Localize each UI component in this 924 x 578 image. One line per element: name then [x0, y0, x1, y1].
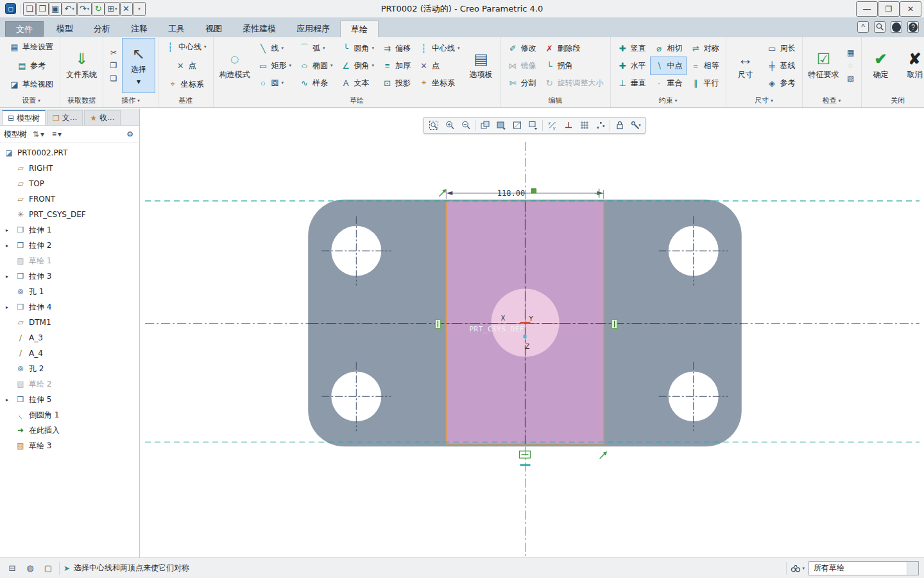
collapse-ribbon-button[interactable]: ^: [857, 21, 869, 33]
construction-mode-button[interactable]: ◌构造模式: [217, 39, 253, 92]
thicken-tool-button[interactable]: ≡加厚: [379, 57, 414, 74]
file-system-button[interactable]: ⇓文件系统: [64, 39, 99, 92]
display-style-button[interactable]: [493, 118, 509, 132]
reference-dim-button[interactable]: ◈参考: [764, 74, 799, 92]
paste-button[interactable]: ❏: [107, 72, 121, 85]
hidden-line-button[interactable]: [509, 118, 525, 132]
locks-display-toggle[interactable]: [612, 118, 628, 132]
delete-segment-button[interactable]: ✗删除段: [541, 40, 607, 57]
refit-button[interactable]: [425, 118, 441, 132]
tab-view[interactable]: 视图: [195, 21, 232, 37]
corner-button[interactable]: └拐角: [541, 57, 607, 74]
datum-csys-button[interactable]: ⌖坐标系: [164, 76, 207, 92]
search-tool-button[interactable]: ▾: [791, 561, 805, 575]
shade-closed-loops-button[interactable]: ▧: [844, 72, 858, 85]
expand-arrow-icon[interactable]: ▸: [6, 243, 8, 249]
datum-centerline-button[interactable]: ┆中心线▾: [162, 39, 210, 55]
tab-analysis[interactable]: 分析: [83, 21, 121, 37]
tree-item-right-plane[interactable]: ▱RIGHT: [0, 161, 139, 176]
expand-arrow-icon[interactable]: ▸: [6, 304, 8, 310]
overlapping-geometry-button[interactable]: ▦: [844, 46, 858, 59]
zoom-out-button[interactable]: [458, 118, 474, 132]
restore-button[interactable]: ❐: [878, 1, 900, 17]
undo-button[interactable]: ↶▾: [62, 2, 76, 16]
grid-display-toggle[interactable]: [576, 118, 592, 132]
midpoint-constraint-button[interactable]: ∖中点: [651, 57, 686, 74]
chamfer-tool-button[interactable]: ∠倒角▾: [338, 57, 378, 74]
tab-sketch[interactable]: 草绘: [340, 21, 379, 37]
sketch-view-button[interactable]: ◪草绘视图: [6, 76, 56, 92]
tree-item-round-1[interactable]: ◟倒圆角 1: [0, 407, 139, 423]
group-label-inspect[interactable]: 检查▾: [803, 94, 861, 107]
saved-orientations-button[interactable]: [525, 118, 541, 132]
sketcher-setup-button[interactable]: ▾: [628, 118, 644, 132]
tree-item-sketch-1[interactable]: ▨草绘 1: [0, 253, 139, 268]
sketch-setup-button[interactable]: ▦草绘设置: [6, 39, 56, 55]
minimize-button[interactable]: —: [856, 1, 878, 17]
equal-constraint-button[interactable]: =相等: [687, 57, 723, 74]
csys-tool-button[interactable]: ⌖坐标系: [415, 74, 463, 92]
group-label-setup[interactable]: 设置▾: [3, 94, 60, 107]
tree-item-sketch-3[interactable]: ▧草绘 3: [0, 438, 139, 453]
tree-item-extrude-4[interactable]: ▸❒拉伸 4: [0, 299, 139, 315]
horizontal-constraint-button[interactable]: ✚水平: [614, 57, 649, 74]
tab-folder-browser[interactable]: ❒文...: [47, 110, 83, 125]
baseline-dim-button[interactable]: ╪基线: [764, 57, 799, 74]
offset-tool-button[interactable]: ⇉偏移: [379, 40, 414, 57]
tree-item-axis-a3[interactable]: ∕A_3: [0, 330, 139, 346]
copy-button[interactable]: ❐: [107, 59, 121, 72]
toggle-browser-button[interactable]: ◍: [23, 561, 37, 575]
expand-arrow-icon[interactable]: ▸: [6, 397, 8, 403]
tangent-constraint-button[interactable]: ⌀相切: [651, 40, 686, 57]
tree-item-axis-a4[interactable]: ∕A_4: [0, 346, 139, 361]
sketch-canvas[interactable]: 118.00: [140, 109, 924, 557]
tab-file[interactable]: 文件: [5, 21, 44, 37]
expand-arrow-icon[interactable]: ▸: [6, 274, 8, 279]
tree-item-extrude-2[interactable]: ▸❒拉伸 2: [0, 238, 139, 253]
circle-tool-button[interactable]: ○圆▾: [255, 74, 295, 92]
repaint-button[interactable]: [477, 118, 493, 132]
group-label-dimension[interactable]: 尺寸▾: [726, 94, 802, 107]
feature-requirements-button[interactable]: ☑特征要求: [806, 39, 842, 92]
graphics-area[interactable]: 118.00: [140, 109, 924, 557]
tab-favorites[interactable]: ★收...: [84, 110, 120, 125]
tree-item-extrude-5[interactable]: ▸❒拉伸 5: [0, 392, 139, 407]
tree-item-csys[interactable]: ✳PRT_CSYS_DEF: [0, 207, 139, 222]
help-button[interactable]: ?: [907, 21, 919, 33]
coincident-constraint-button[interactable]: ∙重合: [651, 74, 686, 92]
tree-item-insert-here[interactable]: ➜在此插入: [0, 423, 139, 438]
point-tool-button[interactable]: ✕点: [415, 57, 463, 74]
save-button[interactable]: ▣: [49, 2, 62, 16]
cancel-button[interactable]: ✘取消: [899, 39, 924, 92]
regenerate-button[interactable]: ↻: [92, 2, 105, 16]
tree-item-sketch-2[interactable]: ▨草绘 2: [0, 376, 139, 392]
windows-button[interactable]: ⊞▾: [105, 2, 119, 16]
vertical-constraint-button[interactable]: ✚竖直: [614, 40, 649, 57]
symmetric-constraint-button[interactable]: ⇌对称: [687, 40, 723, 57]
close-window-button[interactable]: ✕: [120, 2, 133, 16]
rectangle-tool-button[interactable]: ▭矩形▾: [255, 57, 295, 74]
tab-flexible-modeling[interactable]: 柔性建模: [232, 21, 286, 37]
new-file-button[interactable]: ❏: [23, 2, 36, 16]
ok-button[interactable]: ✔确定: [865, 39, 897, 92]
toggle-model-tree-button[interactable]: ⊟: [5, 561, 19, 575]
group-label-operations[interactable]: 操作▾: [103, 94, 158, 107]
tab-model[interactable]: 模型: [46, 21, 83, 37]
tab-applications[interactable]: 应用程序: [286, 21, 340, 37]
perimeter-dim-button[interactable]: ▭周长: [764, 40, 799, 57]
datum-point-button[interactable]: ✕点: [172, 57, 200, 74]
open-file-button[interactable]: ❒: [36, 2, 49, 16]
close-button[interactable]: ✕: [900, 1, 921, 17]
centerline-tool-button[interactable]: ┆中心线▾: [415, 40, 463, 57]
spline-tool-button[interactable]: ∿样条: [296, 74, 336, 92]
vertices-display-toggle[interactable]: [592, 118, 608, 132]
combo-dropdown-icon[interactable]: [907, 562, 918, 575]
constraint-display-toggle[interactable]: [560, 118, 576, 132]
tree-settings-button[interactable]: ⚙: [124, 128, 135, 141]
zoom-in-button[interactable]: [441, 118, 458, 132]
dimension-button[interactable]: ↔尺寸: [730, 39, 762, 92]
tree-item-part[interactable]: ◪PRT0002.PRT: [0, 145, 139, 161]
sketch-filter-combobox[interactable]: 所有草绘: [809, 561, 919, 575]
tab-annotate[interactable]: 注释: [121, 21, 158, 37]
tree-item-extrude-1[interactable]: ▸❒拉伸 1: [0, 222, 139, 238]
